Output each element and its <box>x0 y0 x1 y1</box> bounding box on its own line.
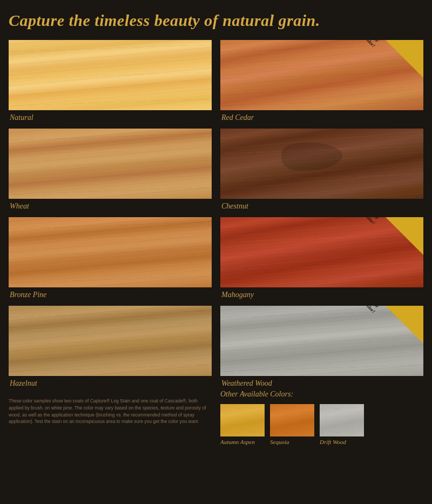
other-colors-section: Other Available Colors: Autumn Aspen Seq… <box>220 388 423 445</box>
swatch-wheat <box>9 129 212 199</box>
grain-overlay-bronze-pine <box>9 217 212 287</box>
disclaimer-section: These color samples show two coats of Ca… <box>9 388 212 445</box>
swatch-bronze-pine <box>9 217 212 287</box>
wood-grid: Natural NEWColor! Red Cedar Wheat <box>9 40 423 388</box>
wood-label-hazelnut: Hazelnut <box>9 379 212 388</box>
wood-label-natural: Natural <box>9 113 212 122</box>
wood-item-mahogany: NEWColor! Mahogany <box>220 217 423 299</box>
other-colors-title: Other Available Colors: <box>220 390 423 399</box>
wood-item-weathered-wood: NEWColor! Weathered Wood <box>220 306 423 388</box>
swatch-mahogany: NEWColor! <box>220 217 423 287</box>
grain-overlay-autumn-aspen <box>220 404 265 436</box>
wood-item-bronze-pine: Bronze Pine <box>9 217 212 299</box>
swatch-natural <box>9 40 212 110</box>
small-swatch-label-drift-wood: Drift Wood <box>320 439 346 445</box>
wood-item-chestnut: Chestnut <box>220 129 423 211</box>
small-swatch-item-drift-wood: Drift Wood <box>320 404 364 445</box>
wood-item-red-cedar: NEWColor! Red Cedar <box>220 40 423 122</box>
wood-label-mahogany: Mahogany <box>220 291 423 299</box>
new-badge-red-cedar: NEWColor! <box>386 40 423 78</box>
small-swatch-sequoia <box>270 404 314 436</box>
wood-item-wheat: Wheat <box>9 129 212 211</box>
swatch-weathered-wood: NEWColor! <box>220 306 423 376</box>
grain-overlay-sequoia <box>270 404 314 436</box>
swatch-red-cedar: NEWColor! <box>220 40 423 110</box>
small-swatch-label-autumn-aspen: Autumn Aspen <box>220 439 255 445</box>
disclaimer-text: These color samples show two coats of Ca… <box>9 392 212 425</box>
wood-label-red-cedar: Red Cedar <box>220 113 423 122</box>
wood-label-bronze-pine: Bronze Pine <box>9 291 212 299</box>
small-swatch-item-autumn-aspen: Autumn Aspen <box>220 404 265 445</box>
wood-label-chestnut: Chestnut <box>220 202 423 211</box>
small-swatch-autumn-aspen <box>220 404 265 436</box>
small-swatch-item-sequoia: Sequoia <box>270 404 314 445</box>
page-wrapper: Capture the timeless beauty of natural g… <box>0 0 432 456</box>
new-badge-mahogany: NEWColor! <box>386 217 423 255</box>
grain-overlay-wheat <box>9 129 212 199</box>
grain-overlay-hazelnut <box>9 306 212 376</box>
wood-label-wheat: Wheat <box>9 202 212 211</box>
grain-overlay-natural <box>9 40 212 110</box>
small-swatches-row: Autumn Aspen Sequoia Drift Wood <box>220 404 423 445</box>
new-badge-weathered-wood: NEWColor! <box>386 306 423 344</box>
swatch-hazelnut <box>9 306 212 376</box>
small-swatch-drift-wood <box>320 404 364 436</box>
page-title: Capture the timeless beauty of natural g… <box>9 11 423 30</box>
wood-item-natural: Natural <box>9 40 212 122</box>
bottom-section: These color samples show two coats of Ca… <box>9 388 423 445</box>
wood-item-hazelnut: Hazelnut <box>9 306 212 388</box>
small-swatch-label-sequoia: Sequoia <box>270 439 289 445</box>
wood-label-weathered-wood: Weathered Wood <box>220 379 423 388</box>
swatch-chestnut <box>220 129 423 199</box>
grain-overlay-drift-wood <box>320 404 364 436</box>
